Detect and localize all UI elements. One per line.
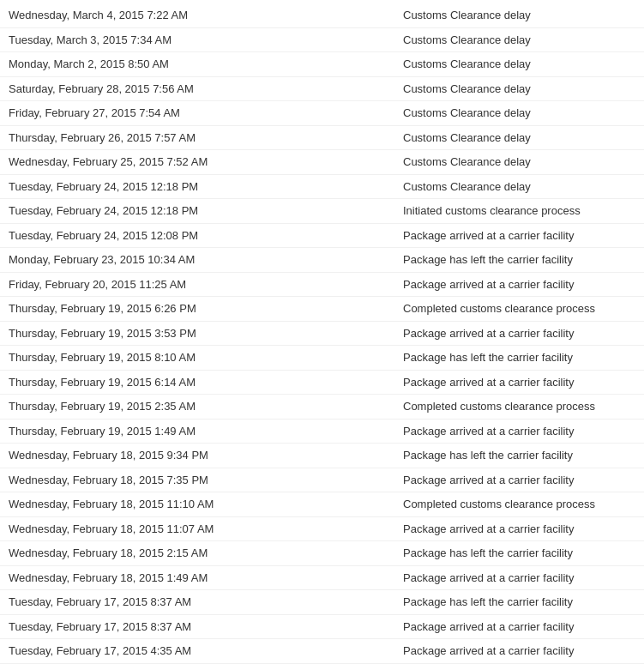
table-row: Wednesday, February 18, 2015 11:10 AMCom… (0, 492, 644, 517)
table-row: Thursday, February 26, 2015 7:57 AMCusto… (0, 126, 644, 151)
status-cell: Customs Clearance delay (403, 81, 635, 98)
date-cell: Tuesday, February 17, 2015 8:37 AM (9, 619, 403, 636)
table-row: Tuesday, February 24, 2015 12:18 PMIniti… (0, 199, 644, 224)
date-cell: Wednesday, February 18, 2015 11:07 AM (9, 521, 403, 538)
status-cell: Customs Clearance delay (403, 32, 635, 49)
date-cell: Wednesday, February 25, 2015 7:52 AM (9, 154, 403, 171)
date-cell: Tuesday, March 3, 2015 7:34 AM (9, 32, 403, 49)
table-row: Friday, February 27, 2015 7:54 AMCustoms… (0, 101, 644, 126)
status-cell: Customs Clearance delay (403, 56, 635, 73)
table-row: Wednesday, February 18, 2015 9:34 PMPack… (0, 444, 644, 468)
table-row: Wednesday, March 4, 2015 7:22 AMCustoms … (0, 3, 644, 28)
table-row: Tuesday, February 24, 2015 12:08 PMPacka… (0, 224, 644, 249)
date-cell: Thursday, February 19, 2015 2:35 AM (9, 398, 403, 415)
date-cell: Thursday, February 19, 2015 1:49 AM (9, 423, 403, 440)
table-row: Thursday, February 19, 2015 3:53 PMPacka… (0, 322, 644, 347)
status-cell: Package arrived at a carrier facility (403, 374, 635, 391)
date-cell: Wednesday, February 18, 2015 1:49 AM (9, 570, 403, 587)
status-cell: Package arrived at a carrier facility (403, 521, 635, 538)
date-cell: Thursday, February 19, 2015 8:10 AM (9, 349, 403, 366)
table-row: Friday, February 20, 2015 11:25 AMPackag… (0, 273, 644, 298)
table-row: Wednesday, February 18, 2015 2:15 AMPack… (0, 541, 644, 566)
table-row: Wednesday, February 25, 2015 7:52 AMCust… (0, 150, 644, 175)
table-row: Thursday, February 19, 2015 1:49 AMPacka… (0, 420, 644, 444)
status-cell: Package arrived at a carrier facility (403, 276, 635, 293)
table-row: Wednesday, February 18, 2015 1:49 AMPack… (0, 566, 644, 591)
status-cell: Package has left the carrier facility (403, 251, 635, 269)
status-cell: Initiated customs clearance process (403, 202, 635, 220)
date-cell: Thursday, February 19, 2015 3:53 PM (9, 325, 403, 342)
table-row: Wednesday, February 18, 2015 11:07 AMPac… (0, 517, 644, 542)
table-row: Thursday, February 19, 2015 8:10 AMPacka… (0, 346, 644, 371)
status-cell: Customs Clearance delay (403, 130, 635, 147)
table-row: Tuesday, March 3, 2015 7:34 AMCustoms Cl… (0, 28, 644, 53)
table-row: Monday, February 23, 2015 10:34 AMPackag… (0, 248, 644, 273)
date-cell: Wednesday, February 18, 2015 9:34 PM (9, 447, 403, 464)
table-row: Monday, March 2, 2015 8:50 AMCustoms Cle… (0, 52, 644, 77)
date-cell: Wednesday, February 18, 2015 2:15 AM (9, 545, 403, 562)
date-cell: Tuesday, February 24, 2015 12:18 PM (9, 202, 403, 220)
status-cell: Package arrived at a carrier facility (403, 472, 635, 489)
status-cell: Customs Clearance delay (403, 105, 635, 122)
table-row: Tuesday, February 24, 2015 12:18 PMCusto… (0, 175, 644, 200)
date-cell: Saturday, February 28, 2015 7:56 AM (9, 81, 403, 98)
status-cell: Package arrived at a carrier facility (403, 570, 635, 587)
table-row: Saturday, February 28, 2015 7:56 AMCusto… (0, 77, 644, 102)
status-cell: Completed customs clearance process (403, 398, 635, 415)
table-row: Thursday, February 19, 2015 6:14 AMPacka… (0, 371, 644, 395)
tracking-table: Wednesday, March 4, 2015 7:22 AMCustoms … (0, 0, 644, 664)
table-row: Tuesday, February 17, 2015 8:37 AMPackag… (0, 615, 644, 640)
table-row: Thursday, February 19, 2015 2:35 AMCompl… (0, 395, 644, 420)
table-row: Thursday, February 19, 2015 6:26 PMCompl… (0, 297, 644, 322)
date-cell: Monday, February 23, 2015 10:34 AM (9, 251, 403, 269)
table-row: Wednesday, February 18, 2015 7:35 PMPack… (0, 468, 644, 493)
status-cell: Package arrived at a carrier facility (403, 325, 635, 342)
date-cell: Thursday, February 26, 2015 7:57 AM (9, 130, 403, 147)
date-cell: Tuesday, February 24, 2015 12:18 PM (9, 178, 403, 196)
status-cell: Customs Clearance delay (403, 178, 635, 196)
status-cell: Package has left the carrier facility (403, 349, 635, 366)
date-cell: Thursday, February 19, 2015 6:26 PM (9, 300, 403, 317)
status-cell: Customs Clearance delay (403, 154, 635, 171)
status-cell: Package arrived at a carrier facility (403, 227, 635, 244)
date-cell: Thursday, February 19, 2015 6:14 AM (9, 374, 403, 391)
table-row: Tuesday, February 17, 2015 8:37 AMPackag… (0, 590, 644, 615)
status-cell: Package arrived at a carrier facility (403, 643, 635, 660)
status-cell: Package arrived at a carrier facility (403, 423, 635, 440)
status-cell: Package has left the carrier facility (403, 545, 635, 562)
status-cell: Completed customs clearance process (403, 496, 635, 513)
date-cell: Friday, February 27, 2015 7:54 AM (9, 105, 403, 122)
date-cell: Wednesday, February 18, 2015 11:10 AM (9, 496, 403, 513)
date-cell: Tuesday, February 17, 2015 4:35 AM (9, 643, 403, 660)
date-cell: Tuesday, February 17, 2015 8:37 AM (9, 594, 403, 611)
status-cell: Customs Clearance delay (403, 7, 635, 24)
status-cell: Completed customs clearance process (403, 300, 635, 317)
date-cell: Monday, March 2, 2015 8:50 AM (9, 56, 403, 73)
date-cell: Wednesday, February 18, 2015 7:35 PM (9, 472, 403, 489)
status-cell: Package has left the carrier facility (403, 594, 635, 611)
date-cell: Tuesday, February 24, 2015 12:08 PM (9, 227, 403, 244)
date-cell: Friday, February 20, 2015 11:25 AM (9, 276, 403, 293)
status-cell: Package has left the carrier facility (403, 447, 635, 464)
status-cell: Package arrived at a carrier facility (403, 619, 635, 636)
date-cell: Wednesday, March 4, 2015 7:22 AM (9, 7, 403, 24)
table-row: Tuesday, February 17, 2015 4:35 AMPackag… (0, 639, 644, 664)
